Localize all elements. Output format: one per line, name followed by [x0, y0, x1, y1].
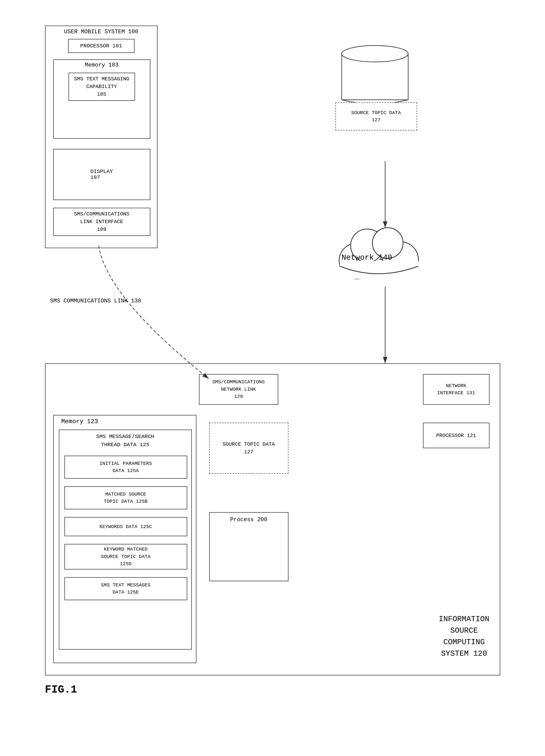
- keywords-box: KEYWORDS DATA 125C: [64, 517, 187, 536]
- network-interface-box: NETWORKINTERFACE 131: [423, 374, 489, 405]
- display-107-box: DISPLAY107: [53, 149, 150, 200]
- display-107-label: DISPLAY107: [90, 169, 113, 180]
- process-200-label: Process 200: [230, 517, 267, 523]
- iscs-label-text: INFORMATIONSOURCECOMPUTINGSYSTEM 120: [439, 615, 489, 658]
- keyword-matched-label: KEYWORD MATCHEDSOURCE TOPIC DATA125D: [101, 546, 151, 568]
- memory-103-label: Memory 103: [85, 62, 118, 68]
- sms-msg-search-outer-box: SMS MESSAGE/SEARCHTHREAD DATA 125 INITIA…: [59, 430, 192, 650]
- network-interface-label: NETWORKINTERFACE 131: [437, 382, 475, 397]
- ums-label: USER MOBILE SYSTEM 100: [64, 29, 138, 35]
- processor-101-label: PROCESSOR 101: [80, 43, 122, 49]
- processor-121-box: PROCESSOR 121: [423, 423, 489, 448]
- sms-capability-box: SMS TEXT MESSAGINGCAPABILITY105: [69, 73, 135, 101]
- iscs-outer-box: INFORMATIONSOURCECOMPUTINGSYSTEM 120 SMS…: [45, 363, 500, 675]
- fig-label: FIG.1: [45, 684, 77, 696]
- network-label: Network 140: [342, 253, 392, 262]
- memory-123-label: Memory 123: [61, 418, 98, 425]
- initial-params-label: INITIAL PARAMETERSDATA 125A: [100, 460, 152, 475]
- sms-link-interface-label: SMS/COMMUNICATIONSLINK INTERFACE109: [74, 210, 129, 233]
- matched-source-label: MATCHED SOURCETOPIC DATA 125B: [104, 491, 148, 505]
- sms-comm-link-label: SMS COMMUNICATIONS LINK 130: [50, 297, 141, 305]
- processor-121-label: PROCESSOR 121: [436, 433, 476, 439]
- sms-capability-label: SMS TEXT MESSAGINGCAPABILITY105: [74, 75, 129, 98]
- source-topic-data-iscs-box: SOURCE TOPIC DATA127: [209, 423, 288, 474]
- database-cylinder: [336, 41, 413, 113]
- sms-net-link-label: SMS/COMMUNICATIONSNETWORK LINK129: [212, 378, 265, 400]
- sms-comm-link-text: SMS COMMUNICATIONS LINK 130: [50, 298, 141, 304]
- sms-text-msgs-box: SMS TEXT MESSAGESDATA 125E: [64, 577, 187, 600]
- ums-outer-box: USER MOBILE SYSTEM 100 PROCESSOR 101 Mem…: [45, 26, 158, 248]
- source-topic-data-db-label: SOURCE TOPIC DATA127: [351, 109, 401, 124]
- processor-101-box: PROCESSOR 101: [68, 39, 135, 53]
- initial-params-box: INITIAL PARAMETERSDATA 125A: [64, 456, 187, 479]
- memory-123-box: Memory 123 SMS MESSAGE/SEARCHTHREAD DATA…: [53, 415, 197, 663]
- keywords-label: KEYWORDS DATA 125C: [100, 524, 152, 530]
- sms-text-msgs-label: SMS TEXT MESSAGESDATA 125E: [101, 582, 151, 596]
- source-topic-data-iscs-label: SOURCE TOPIC DATA127: [223, 441, 275, 456]
- sms-link-interface-box: SMS/COMMUNICATIONSLINK INTERFACE109: [53, 208, 150, 236]
- svg-point-4: [342, 46, 408, 62]
- diagram: USER MOBILE SYSTEM 100 PROCESSOR 101 Mem…: [30, 15, 516, 706]
- iscs-label: INFORMATIONSOURCECOMPUTINGSYSTEM 120: [439, 613, 489, 660]
- keyword-matched-box: KEYWORD MATCHEDSOURCE TOPIC DATA125D: [64, 544, 187, 569]
- process-200-box: Process 200: [209, 512, 288, 581]
- source-topic-data-db-box: SOURCE TOPIC DATA127: [335, 102, 417, 130]
- sms-msg-search-label: SMS MESSAGE/SEARCHTHREAD DATA 125: [96, 433, 154, 449]
- memory-103-box: Memory 103 SMS TEXT MESSAGINGCAPABILITY1…: [53, 59, 150, 139]
- matched-source-box: MATCHED SOURCETOPIC DATA 125B: [64, 486, 187, 509]
- sms-net-link-box: SMS/COMMUNICATIONSNETWORK LINK129: [199, 374, 278, 405]
